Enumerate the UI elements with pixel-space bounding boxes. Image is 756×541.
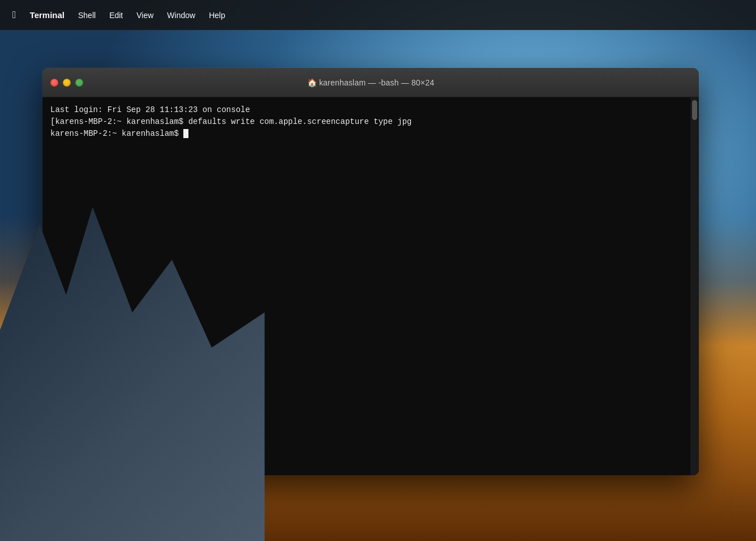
menubar:  Terminal Shell Edit View Window Help — [0, 0, 756, 30]
menu-window[interactable]: Window — [161, 9, 201, 22]
close-button[interactable] — [50, 79, 58, 87]
traffic-lights — [50, 79, 83, 87]
terminal-line-1: Last login: Fri Sep 28 11:13:23 on conso… — [50, 104, 691, 116]
scrollbar-thumb[interactable] — [692, 100, 697, 120]
title-bar: 🏠 karenhaslam — -bash — 80×24 — [42, 68, 699, 97]
menu-terminal[interactable]: Terminal — [24, 8, 70, 22]
desktop:  Terminal Shell Edit View Window Help 🏠… — [0, 0, 756, 541]
scrollbar[interactable] — [690, 97, 699, 475]
menu-shell[interactable]: Shell — [72, 9, 101, 22]
window-title: 🏠 karenhaslam — -bash — 80×24 — [307, 78, 435, 87]
menu-view[interactable]: View — [131, 9, 159, 22]
terminal-body[interactable]: Last login: Fri Sep 28 11:13:23 on conso… — [42, 97, 699, 475]
maximize-button[interactable] — [75, 79, 83, 87]
minimize-button[interactable] — [63, 79, 71, 87]
menu-help[interactable]: Help — [203, 9, 231, 22]
terminal-line-2: [karens-MBP-2:~ karenhaslam$ defaults wr… — [50, 116, 691, 128]
apple-menu[interactable]:  — [7, 7, 22, 23]
terminal-line-3: karens-MBP-2:~ karenhaslam$ — [50, 128, 691, 140]
menu-edit[interactable]: Edit — [104, 9, 128, 22]
terminal-window: 🏠 karenhaslam — -bash — 80×24 Last login… — [42, 68, 699, 475]
terminal-cursor — [183, 129, 188, 138]
